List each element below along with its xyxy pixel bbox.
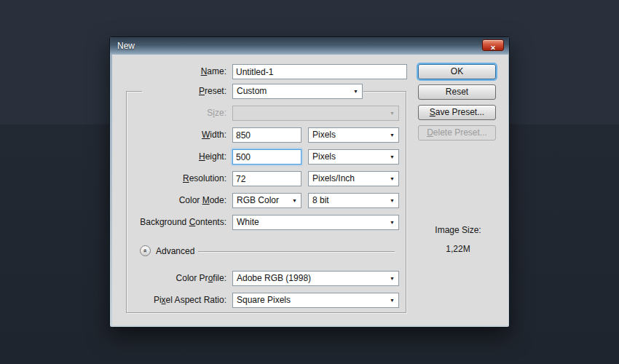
- image-size-value: 1,22M: [414, 244, 502, 254]
- dropdown-arrow-icon: ▼: [292, 194, 297, 207]
- groupbox-border-top-right: [363, 91, 406, 92]
- groupbox-border-bottom: [126, 312, 406, 313]
- name-label: Name:: [112, 64, 226, 79]
- preset-label: Preset:: [112, 84, 226, 99]
- close-button[interactable]: ✕: [482, 39, 504, 51]
- width-unit-value: Pixels: [312, 128, 336, 142]
- save-preset-button[interactable]: Save Preset...: [418, 105, 496, 120]
- background-contents-value: White: [237, 215, 259, 229]
- pixel-aspect-ratio-label: Pixel Aspect Ratio:: [112, 293, 226, 308]
- ok-button[interactable]: OK: [418, 64, 496, 79]
- resolution-unit-dropdown[interactable]: Pixels/Inch ▼: [308, 171, 399, 186]
- image-size-label: Image Size:: [414, 225, 502, 235]
- bit-depth-dropdown[interactable]: 8 bit ▼: [308, 193, 399, 208]
- height-unit-value: Pixels: [312, 150, 336, 164]
- color-mode-dropdown[interactable]: RGB Color ▼: [232, 193, 301, 208]
- dropdown-arrow-icon: ▼: [390, 172, 395, 186]
- dropdown-arrow-icon: ▼: [390, 128, 395, 142]
- close-icon: ✕: [490, 44, 496, 52]
- collapse-chevron-icon: »: [140, 245, 151, 256]
- delete-preset-button: Delete Preset...: [418, 125, 496, 141]
- resolution-label: Resolution:: [112, 171, 226, 186]
- dropdown-arrow-icon: ▼: [353, 84, 358, 98]
- dropdown-arrow-icon: ▼: [390, 106, 395, 120]
- dialog-titlebar[interactable]: New ✕: [110, 37, 509, 55]
- height-unit-dropdown[interactable]: Pixels ▼: [308, 149, 399, 165]
- desktop-background: New ✕ Name: Preset: Custom ▼ Size:: [0, 0, 619, 364]
- background-contents-dropdown[interactable]: White ▼: [232, 215, 399, 230]
- dialog-title: New: [117, 37, 135, 55]
- resolution-input[interactable]: [232, 171, 301, 186]
- dropdown-arrow-icon: ▼: [390, 194, 395, 207]
- width-input[interactable]: [232, 127, 301, 143]
- height-label: Height:: [112, 149, 226, 165]
- size-label: Size:: [112, 106, 226, 121]
- width-label: Width:: [112, 127, 226, 143]
- resolution-unit-value: Pixels/Inch: [312, 172, 355, 186]
- name-input[interactable]: [232, 64, 407, 79]
- preset-dropdown[interactable]: Custom ▼: [232, 84, 363, 99]
- new-document-dialog: New ✕ Name: Preset: Custom ▼ Size:: [109, 36, 510, 328]
- preset-value: Custom: [237, 84, 267, 98]
- dropdown-arrow-icon: ▼: [390, 293, 395, 307]
- pixel-aspect-ratio-dropdown[interactable]: Square Pixels ▼: [232, 293, 399, 308]
- color-mode-label: Color Mode:: [112, 193, 226, 208]
- color-profile-dropdown[interactable]: Adobe RGB (1998) ▼: [232, 271, 399, 286]
- color-mode-value: RGB Color: [237, 194, 279, 207]
- dialog-body: Name: Preset: Custom ▼ Size: ▼ Width: Pi…: [112, 55, 508, 325]
- dropdown-arrow-icon: ▼: [390, 272, 395, 285]
- height-input[interactable]: [232, 149, 301, 165]
- reset-button[interactable]: Reset: [418, 84, 496, 100]
- dropdown-arrow-icon: ▼: [390, 215, 395, 229]
- color-profile-value: Adobe RGB (1998): [237, 272, 311, 285]
- pixel-aspect-ratio-value: Square Pixels: [237, 293, 291, 307]
- width-unit-dropdown[interactable]: Pixels ▼: [308, 127, 399, 143]
- groupbox-border-right: [406, 91, 406, 312]
- size-dropdown: ▼: [232, 106, 399, 121]
- bit-depth-value: 8 bit: [312, 194, 329, 207]
- background-contents-label: Background Contents:: [112, 215, 226, 230]
- advanced-separator: [198, 251, 395, 252]
- color-profile-label: Color Profile:: [112, 271, 226, 286]
- dropdown-arrow-icon: ▼: [390, 150, 395, 164]
- advanced-label: Advanced: [156, 245, 194, 258]
